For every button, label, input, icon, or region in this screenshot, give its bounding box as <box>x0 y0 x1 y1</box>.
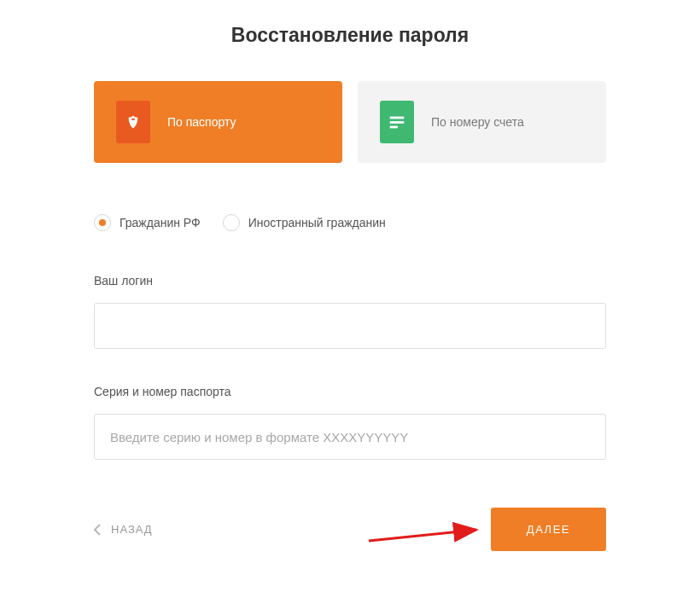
method-card-account[interactable]: По номеру счета <box>358 81 606 163</box>
radio-citizen-foreign[interactable]: Иностранный гражданин <box>223 214 386 231</box>
passport-label: Серия и номер паспорта <box>94 385 606 398</box>
svg-rect-2 <box>390 126 398 129</box>
method-selector: По паспорту По номеру счета <box>94 81 606 163</box>
svg-rect-1 <box>390 121 405 124</box>
radio-indicator-icon <box>94 214 111 231</box>
method-passport-label: По паспорту <box>167 115 236 129</box>
back-button[interactable]: НАЗАД <box>94 523 153 536</box>
svg-rect-0 <box>390 117 405 119</box>
account-document-icon <box>380 101 414 143</box>
passport-emblem-icon <box>116 101 150 143</box>
method-card-passport[interactable]: По паспорту <box>94 81 342 163</box>
radio-citizen-rf[interactable]: Гражданин РФ <box>94 214 201 231</box>
chevron-left-icon <box>94 524 101 536</box>
page-title: Восстановление пароля <box>94 24 606 47</box>
radio-indicator-icon <box>223 214 240 231</box>
passport-input[interactable] <box>94 414 606 460</box>
radio-label-foreign: Иностранный гражданин <box>248 216 386 229</box>
login-label: Ваш логин <box>94 274 606 287</box>
next-button[interactable]: ДАЛЕЕ <box>491 508 606 551</box>
back-button-label: НАЗАД <box>111 523 153 536</box>
method-account-label: По номеру счета <box>431 115 524 129</box>
login-input[interactable] <box>94 303 606 349</box>
radio-label-rf: Гражданин РФ <box>120 216 201 229</box>
citizenship-radio-group: Гражданин РФ Иностранный гражданин <box>94 214 606 231</box>
